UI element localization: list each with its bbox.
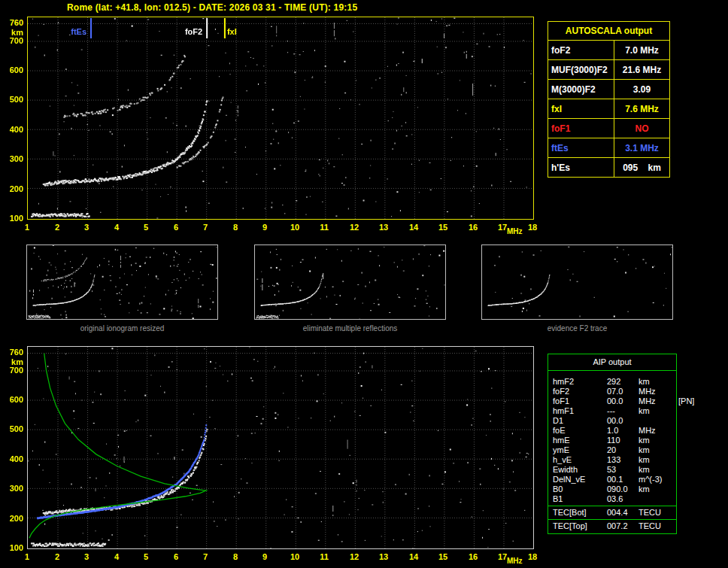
aip-row: Ewidth53km [548,465,676,475]
autoscala-row-value: 095 km [614,158,670,178]
aip-row-unit: km [639,465,650,475]
autoscala-row-label: foF1 [548,119,614,138]
marker-label-foF2: foF2 [185,28,202,36]
main-ionogram-x-tick: 12 [345,223,363,232]
profile-ionogram-canvas [28,347,533,548]
autoscala-row-value: 7.6 MHz [614,99,670,119]
profile-ionogram-y-tick: 200 [0,515,23,523]
aip-row-label: Ewidth [553,465,578,475]
profile-ionogram-x-tick: 4 [108,553,126,561]
aip-row: foE1.0MHz [548,426,676,436]
autoscala-row-label: h'Es [548,158,614,178]
aip-row-unit: TECU [639,508,661,518]
aip-row: B103.6 [548,494,676,504]
aip-row-unit: TECU [639,521,661,531]
aip-row-value: 20 [607,445,616,455]
aip-row-label: hmE [553,436,570,445]
aip-row-label: B1 [553,494,563,504]
profile-ionogram-x-tick: 3 [77,553,96,561]
profile-ionogram-x-tick: 16 [464,553,482,561]
main-ionogram-x-tick: 10 [286,223,304,232]
profile-ionogram-x-tick: 2 [48,553,66,561]
aip-row-unit: km [639,406,650,416]
autoscala-row-label: M(3000)F2 [548,80,614,99]
main-ionogram-y-tick: 760 [0,19,23,27]
aip-row-unit: km [639,455,650,465]
autoscala-row-label: foF2 [548,41,614,60]
autoscala-row-value: 3.1 MHz [614,138,670,158]
aip-tec-row: TEC[Bot]004.4TECU [548,508,676,518]
autoscala-row-value: 3.09 [614,80,670,99]
aip-row-value: 007.2 [607,521,628,531]
marker-label-fxI: fxI [227,28,237,36]
aip-row-value: 1.0 [607,426,618,436]
thumbnail-caption: evidence F2 trace [481,324,673,333]
aip-row-value: 00.1 [607,475,623,484]
main-ionogram-y-tick: 200 [0,185,23,193]
main-ionogram-y-tick: 600 [0,66,23,74]
aip-row-label: B0 [553,484,563,494]
thumbnail-original-ionogram-canvas [27,245,217,319]
aip-row-label: D1 [553,416,563,426]
profile-ionogram-x-tick: 1 [18,553,36,561]
main-ionogram-x-tick: 16 [464,223,482,232]
aip-row-unit: m^(-3) [639,475,662,484]
thumbnail-original-ionogram [26,245,218,320]
aip-row-label: DelN_vE [553,475,585,484]
main-ionogram-x-tick: 8 [226,223,244,232]
aip-row-value: 110 [607,436,620,445]
profile-ionogram-y-tick: 500 [0,425,23,433]
main-ionogram-y-tick: 300 [0,155,23,163]
aip-output-table: AIP output hmF2292km foF207.0MHz foF100.… [548,354,677,534]
aip-row-label: TEC[Top] [553,521,587,531]
aip-row-label: foE [553,426,566,436]
main-ionogram-x-tick: 14 [405,223,423,232]
autoscala-row-value: 21.6 MHz [614,60,670,80]
autoscala-output-table: AUTOSCALA output foF27.0 MHz MUF(3000)F2… [548,21,670,178]
thumbnail-evidence-f2-trace-canvas [482,245,672,319]
profile-ionogram-x-tick: 6 [167,553,185,561]
autoscala-row-label: fxI [548,99,614,119]
aip-separator [548,506,676,506]
aip-row-unit: km [639,377,650,387]
profile-ionogram-x-tick: 9 [256,553,274,561]
profile-ionogram-y-tick: 700 [0,366,23,375]
main-ionogram-y-tick: 400 [0,126,23,134]
autoscala-row-value: NO [614,119,670,138]
autoscala-row-label: ftEs [548,138,614,158]
aip-row: ymE20km [548,445,676,455]
profile-ionogram-x-tick: 15 [434,553,452,561]
main-ionogram-x-tick: 2 [48,223,66,232]
autoscala-row-label: MUF(3000)F2 [548,60,614,80]
aip-row-label: foF1 [553,396,569,406]
aip-row-label: foF2 [553,387,569,396]
aip-row-value: 292 [607,377,620,387]
profile-ionogram-panel [27,346,534,549]
main-ionogram-x-tick: 7 [196,223,214,232]
autoscala-row-value: 7.0 MHz [614,41,670,60]
aip-row-value: 00.0 [607,396,623,406]
aip-row-label: hmF2 [553,377,574,387]
aip-row-value: 53 [607,465,616,475]
aip-row-value: 133 [607,455,620,465]
thumbnail-eliminate-reflections [254,245,446,320]
aip-row: B0090.0km [548,484,676,494]
profile-ionogram-y-tick: 600 [0,396,23,404]
autoscala-header: AUTOSCALA output [548,22,670,41]
main-ionogram-x-tick: 13 [375,223,393,232]
aip-row: D100.0 [548,416,676,426]
main-ionogram-x-tick: 5 [137,223,155,232]
profile-ionogram-x-tick: 7 [196,553,214,561]
profile-ionogram-x-tick: 13 [375,553,393,561]
aip-row-value: 03.6 [607,494,623,504]
aip-row-unit: km [639,445,650,455]
page-title: Rome (lat: +41.8, lon: 012.5) - DATE: 20… [67,2,357,13]
aip-row-unit: km [639,484,650,494]
aip-row: foF207.0MHz [548,387,676,396]
profile-ionogram-x-tick: 8 [226,553,244,561]
thumbnail-eliminate-reflections-canvas [255,245,445,319]
profile-ionogram-x-tick: 14 [405,553,423,561]
aip-row-label: TEC[Bot] [553,508,587,518]
aip-row-label: h_vE [553,455,572,465]
main-ionogram-x-tick: 9 [256,223,274,232]
